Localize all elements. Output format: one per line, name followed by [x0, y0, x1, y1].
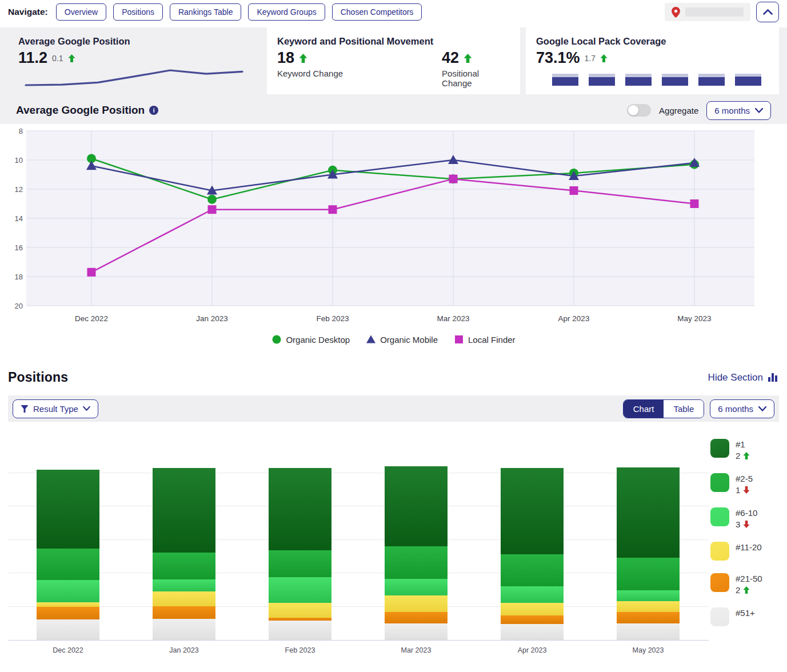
bar-segment-2-5 [385, 546, 448, 579]
positions-title: Positions [8, 370, 68, 385]
bar-mar-2023 [385, 466, 448, 640]
positions-period-dropdown[interactable]: 6 months [710, 399, 774, 418]
result-type-label: Result Type [33, 404, 78, 414]
stat-card-movement[interactable]: Keyword and Positional Movement 18 Keywo… [267, 27, 520, 94]
svg-text:16: 16 [15, 243, 23, 252]
collapse-panel-button[interactable] [756, 2, 779, 22]
line-legend-item-organic-desktop[interactable]: Organic Desktop [271, 334, 350, 345]
svg-text:12: 12 [15, 185, 23, 194]
bar-segment-1 [385, 466, 448, 546]
bar-segment-11-20 [501, 603, 564, 615]
filter-funnel-icon [21, 405, 29, 413]
trend-up-icon [743, 586, 750, 594]
bar-x-label: Mar 2023 [385, 646, 448, 654]
legend-label: Local Finder [468, 335, 516, 345]
hide-section-link[interactable]: Hide Section [708, 372, 778, 383]
svg-text:Dec 2022: Dec 2022 [75, 314, 108, 323]
local-pack-bar [625, 74, 652, 86]
nav-button-overview[interactable]: Overview [56, 3, 106, 21]
trend-up-icon [743, 452, 750, 459]
bar-apr-2023 [501, 468, 564, 640]
view-table-button[interactable]: Table [664, 400, 704, 418]
legend-swatch [710, 607, 729, 626]
nav-button-chosen-competitors[interactable]: Chosen Competitors [332, 3, 422, 21]
local-pack-value: 73.1% [536, 49, 580, 67]
svg-text:Mar 2023: Mar 2023 [437, 314, 469, 323]
view-chart-button[interactable]: Chart [624, 400, 664, 418]
info-icon[interactable]: i [149, 106, 158, 115]
period-value: 6 months [714, 106, 750, 115]
line-chart-title: Average Google Position [16, 104, 145, 117]
circle-marker-icon [271, 334, 282, 345]
svg-text:14: 14 [15, 214, 23, 223]
bar-segment-51 [385, 623, 448, 640]
bar-legend-item-21-50[interactable]: #21-502 [710, 573, 779, 595]
legend-label: Organic Mobile [380, 335, 438, 345]
bar-x-label: Feb 2023 [269, 646, 331, 654]
legend-change: 2 [736, 451, 750, 461]
result-type-filter[interactable]: Result Type [13, 399, 98, 418]
svg-text:10: 10 [15, 156, 23, 165]
keyword-change-value: 18 [277, 49, 294, 67]
period-value: 6 months [718, 404, 753, 414]
positional-change-label: Positional Change [442, 69, 510, 88]
line-legend-item-organic-mobile[interactable]: Organic Mobile [366, 334, 438, 345]
location-name-redacted [685, 7, 744, 17]
bar-may-2023 [617, 467, 680, 640]
bar-legend-item-2-5[interactable]: #2-51 [710, 473, 779, 495]
bar-segment-6-10 [385, 579, 448, 595]
stat-card-average-position[interactable]: Average Google Position 11.2 0.1 [8, 27, 261, 94]
bar-x-label: Dec 2022 [37, 646, 99, 654]
nav-button-keyword-groups[interactable]: Keyword Groups [248, 3, 325, 21]
svg-text:May 2023: May 2023 [677, 314, 711, 323]
bar-legend-item-1[interactable]: #12 [710, 439, 779, 461]
bar-segment-1 [617, 467, 680, 558]
local-pack-bar [552, 74, 578, 86]
legend-swatch [710, 507, 729, 526]
trend-up-icon [68, 54, 75, 62]
gridline [8, 506, 709, 506]
bar-x-label: May 2023 [617, 646, 680, 654]
legend-label: #11-20 [736, 542, 762, 552]
average-position-delta: 0.1 [52, 54, 63, 63]
local-pack-bar [589, 74, 615, 86]
bar-segment-11-20 [617, 601, 680, 612]
aggregate-toggle[interactable] [627, 104, 651, 117]
bar-segment-2-5 [153, 553, 215, 579]
bar-legend-item-11-20[interactable]: #11-20 [710, 542, 779, 561]
bar-segment-2-5 [37, 549, 99, 580]
positions-bar-chart: Dec 2022Jan 2023Feb 2023Mar 2023Apr 2023… [8, 437, 709, 641]
bar-legend-item-6-10[interactable]: #6-103 [710, 507, 779, 529]
local-pack-delta: 1.7 [585, 54, 596, 63]
legend-label: #6-10 [736, 507, 757, 518]
bar-segment-51 [617, 623, 680, 640]
bar-segment-2-5 [617, 558, 680, 590]
legend-swatch [710, 439, 729, 458]
bar-feb-2023 [269, 468, 331, 640]
nav-button-rankings-table[interactable]: Rankings Table [170, 3, 241, 21]
trend-up-icon [299, 54, 307, 63]
legend-label: #51+ [736, 607, 755, 618]
location-chip[interactable] [665, 3, 750, 21]
bar-jan-2023 [153, 468, 215, 640]
positions-controls: Result Type Chart Table 6 months [8, 395, 779, 422]
legend-change: 3 [736, 519, 757, 529]
gridline [8, 473, 709, 473]
bar-segment-6-10 [153, 579, 215, 591]
bar-segment-51 [269, 621, 331, 640]
gridline [8, 606, 709, 607]
legend-change: 2 [736, 585, 762, 595]
gridline [8, 573, 709, 573]
aggregate-label: Aggregate [659, 106, 698, 115]
bar-segment-11-20 [269, 603, 331, 618]
bar-segment-11-20 [37, 602, 99, 607]
nav-button-positions[interactable]: Positions [113, 3, 163, 21]
average-position-chart: 8101214161820Dec 2022Jan 2023Feb 2023Mar… [8, 129, 779, 327]
keyword-change-label: Keyword Change [277, 69, 442, 78]
bar-segment-6-10 [269, 577, 331, 603]
line-legend-item-local-finder[interactable]: Local Finder [454, 334, 516, 345]
bar-legend-item-51[interactable]: #51+ [710, 607, 779, 626]
stat-card-local-pack[interactable]: Google Local Pack Coverage 73.1% 1.7 [526, 27, 779, 94]
period-dropdown[interactable]: 6 months [706, 101, 771, 120]
chevron-down-icon [83, 406, 90, 411]
